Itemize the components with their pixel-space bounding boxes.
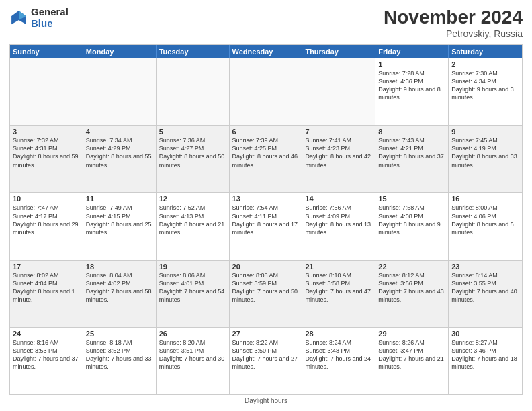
cell-info: Sunrise: 7:36 AM Sunset: 4:27 PM Dayligh… <box>159 136 226 169</box>
cal-cell-7: 7Sunrise: 7:41 AM Sunset: 4:23 PM Daylig… <box>302 126 375 192</box>
cal-cell-8: 8Sunrise: 7:43 AM Sunset: 4:21 PM Daylig… <box>375 126 449 192</box>
day-number: 20 <box>232 263 300 271</box>
cell-info: Sunrise: 8:06 AM Sunset: 4:01 PM Dayligh… <box>159 271 226 304</box>
day-number: 5 <box>159 128 226 136</box>
header-day-saturday: Saturday <box>449 45 522 58</box>
cell-info: Sunrise: 8:08 AM Sunset: 3:59 PM Dayligh… <box>232 271 300 304</box>
cal-cell-10: 10Sunrise: 7:47 AM Sunset: 4:17 PM Dayli… <box>10 193 83 259</box>
day-number: 22 <box>378 263 445 271</box>
calendar: SundayMondayTuesdayWednesdayThursdayFrid… <box>9 44 523 395</box>
calendar-body: 1Sunrise: 7:28 AM Sunset: 4:36 PM Daylig… <box>10 58 522 394</box>
cell-info: Sunrise: 7:52 AM Sunset: 4:13 PM Dayligh… <box>159 203 226 236</box>
day-number: 1 <box>378 60 445 68</box>
cal-cell-empty-2 <box>157 58 230 125</box>
title-block: November 2024 Petrovskiy, Russia <box>384 7 523 39</box>
header-day-sunday: Sunday <box>10 45 83 58</box>
day-number: 18 <box>86 263 153 271</box>
day-number: 9 <box>451 128 519 136</box>
day-number: 16 <box>451 195 519 203</box>
cell-info: Sunrise: 7:41 AM Sunset: 4:23 PM Dayligh… <box>305 136 372 169</box>
day-number: 3 <box>13 128 80 136</box>
cal-cell-18: 18Sunrise: 8:04 AM Sunset: 4:02 PM Dayli… <box>83 261 157 327</box>
day-number: 23 <box>451 263 519 271</box>
cell-info: Sunrise: 8:18 AM Sunset: 3:52 PM Dayligh… <box>86 338 153 371</box>
header-day-wednesday: Wednesday <box>230 45 303 58</box>
cal-cell-15: 15Sunrise: 7:58 AM Sunset: 4:08 PM Dayli… <box>375 193 449 259</box>
day-number: 25 <box>86 330 153 338</box>
cell-info: Sunrise: 7:45 AM Sunset: 4:19 PM Dayligh… <box>451 136 519 169</box>
day-number: 26 <box>159 330 226 338</box>
week-row-0: 1Sunrise: 7:28 AM Sunset: 4:36 PM Daylig… <box>10 58 522 125</box>
cell-info: Sunrise: 8:26 AM Sunset: 3:47 PM Dayligh… <box>378 338 445 371</box>
cell-info: Sunrise: 8:04 AM Sunset: 4:02 PM Dayligh… <box>86 271 153 304</box>
cal-cell-30: 30Sunrise: 8:27 AM Sunset: 3:46 PM Dayli… <box>449 328 522 394</box>
cal-cell-23: 23Sunrise: 8:14 AM Sunset: 3:55 PM Dayli… <box>449 261 522 327</box>
cell-info: Sunrise: 8:14 AM Sunset: 3:55 PM Dayligh… <box>451 271 519 304</box>
cal-cell-19: 19Sunrise: 8:06 AM Sunset: 4:01 PM Dayli… <box>157 261 230 327</box>
cell-info: Sunrise: 8:20 AM Sunset: 3:51 PM Dayligh… <box>159 338 226 371</box>
cal-cell-13: 13Sunrise: 7:54 AM Sunset: 4:11 PM Dayli… <box>230 193 303 259</box>
day-number: 28 <box>305 330 372 338</box>
cell-info: Sunrise: 8:27 AM Sunset: 3:46 PM Dayligh… <box>451 338 519 371</box>
cal-cell-29: 29Sunrise: 8:26 AM Sunset: 3:47 PM Dayli… <box>375 328 449 394</box>
cell-info: Sunrise: 7:56 AM Sunset: 4:09 PM Dayligh… <box>305 203 372 236</box>
cal-cell-27: 27Sunrise: 8:22 AM Sunset: 3:50 PM Dayli… <box>230 328 303 394</box>
cal-cell-2: 2Sunrise: 7:30 AM Sunset: 4:34 PM Daylig… <box>449 58 522 125</box>
header-day-monday: Monday <box>83 45 157 58</box>
cell-info: Sunrise: 7:32 AM Sunset: 4:31 PM Dayligh… <box>13 136 80 169</box>
cal-cell-24: 24Sunrise: 8:16 AM Sunset: 3:53 PM Dayli… <box>10 328 83 394</box>
day-number: 30 <box>451 330 519 338</box>
page: General Blue November 2024 Petrovskiy, R… <box>0 0 532 411</box>
cell-info: Sunrise: 7:28 AM Sunset: 4:36 PM Dayligh… <box>378 69 445 102</box>
cal-cell-21: 21Sunrise: 8:10 AM Sunset: 3:58 PM Dayli… <box>302 261 375 327</box>
day-number: 12 <box>159 195 226 203</box>
day-number: 13 <box>232 195 300 203</box>
header-day-thursday: Thursday <box>302 45 375 58</box>
location: Petrovskiy, Russia <box>384 28 523 39</box>
day-number: 19 <box>159 263 226 271</box>
week-row-2: 10Sunrise: 7:47 AM Sunset: 4:17 PM Dayli… <box>10 192 522 259</box>
header-day-tuesday: Tuesday <box>157 45 230 58</box>
cell-info: Sunrise: 7:30 AM Sunset: 4:34 PM Dayligh… <box>451 69 519 102</box>
cell-info: Sunrise: 7:34 AM Sunset: 4:29 PM Dayligh… <box>86 136 153 169</box>
day-number: 21 <box>305 263 372 271</box>
cell-info: Sunrise: 7:39 AM Sunset: 4:25 PM Dayligh… <box>232 136 300 169</box>
header-day-friday: Friday <box>375 45 449 58</box>
cell-info: Sunrise: 8:24 AM Sunset: 3:48 PM Dayligh… <box>305 338 372 371</box>
cal-cell-22: 22Sunrise: 8:12 AM Sunset: 3:56 PM Dayli… <box>375 261 449 327</box>
cal-cell-25: 25Sunrise: 8:18 AM Sunset: 3:52 PM Dayli… <box>83 328 157 394</box>
day-number: 7 <box>305 128 372 136</box>
cell-info: Sunrise: 7:54 AM Sunset: 4:11 PM Dayligh… <box>232 203 300 236</box>
day-number: 8 <box>378 128 445 136</box>
cell-info: Sunrise: 8:10 AM Sunset: 3:58 PM Dayligh… <box>305 271 372 304</box>
cell-info: Sunrise: 7:47 AM Sunset: 4:17 PM Dayligh… <box>13 203 80 236</box>
day-number: 27 <box>232 330 300 338</box>
cell-info: Sunrise: 8:02 AM Sunset: 4:04 PM Dayligh… <box>13 271 80 304</box>
cal-cell-1: 1Sunrise: 7:28 AM Sunset: 4:36 PM Daylig… <box>375 58 449 125</box>
day-number: 6 <box>232 128 300 136</box>
cell-info: Sunrise: 8:22 AM Sunset: 3:50 PM Dayligh… <box>232 338 300 371</box>
cal-cell-11: 11Sunrise: 7:49 AM Sunset: 4:15 PM Dayli… <box>83 193 157 259</box>
day-number: 4 <box>86 128 153 136</box>
day-number: 10 <box>13 195 80 203</box>
day-number: 17 <box>13 263 80 271</box>
cal-cell-empty-4 <box>302 58 375 125</box>
cal-cell-empty-0 <box>10 58 83 125</box>
cell-info: Sunrise: 8:16 AM Sunset: 3:53 PM Dayligh… <box>13 338 80 371</box>
calendar-header: SundayMondayTuesdayWednesdayThursdayFrid… <box>10 45 522 58</box>
month-title: November 2024 <box>384 7 523 28</box>
cal-cell-empty-1 <box>83 58 157 125</box>
day-number: 29 <box>378 330 445 338</box>
cell-info: Sunrise: 7:49 AM Sunset: 4:15 PM Dayligh… <box>86 203 153 236</box>
day-number: 11 <box>86 195 153 203</box>
week-row-4: 24Sunrise: 8:16 AM Sunset: 3:53 PM Dayli… <box>10 327 522 394</box>
cal-cell-16: 16Sunrise: 8:00 AM Sunset: 4:06 PM Dayli… <box>449 193 522 259</box>
footer-note: Daylight hours <box>9 395 523 404</box>
day-number: 2 <box>451 60 519 68</box>
cell-info: Sunrise: 8:00 AM Sunset: 4:06 PM Dayligh… <box>451 203 519 236</box>
cal-cell-17: 17Sunrise: 8:02 AM Sunset: 4:04 PM Dayli… <box>10 261 83 327</box>
cell-info: Sunrise: 7:43 AM Sunset: 4:21 PM Dayligh… <box>378 136 445 169</box>
cal-cell-5: 5Sunrise: 7:36 AM Sunset: 4:27 PM Daylig… <box>157 126 230 192</box>
cal-cell-12: 12Sunrise: 7:52 AM Sunset: 4:13 PM Dayli… <box>157 193 230 259</box>
header: General Blue November 2024 Petrovskiy, R… <box>9 7 523 39</box>
